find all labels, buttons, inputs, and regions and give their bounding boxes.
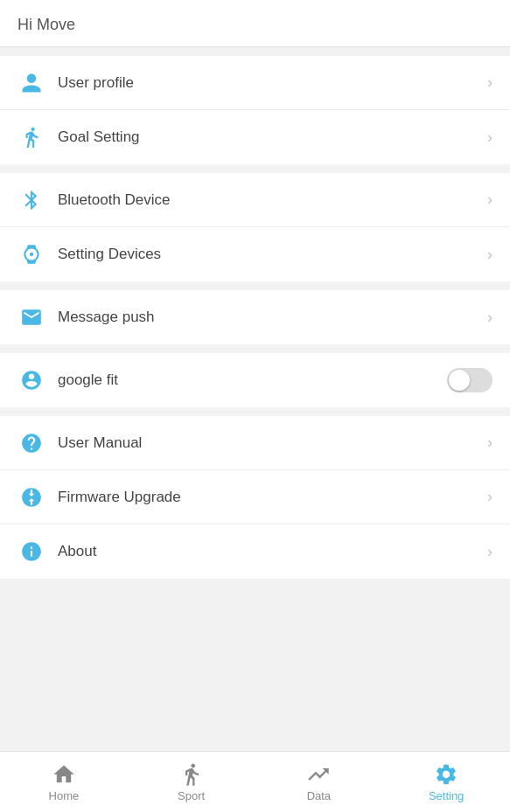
section-gap-4: [0, 344, 510, 353]
nav-item-sport[interactable]: Sport: [128, 752, 255, 812]
nav-data-label: Data: [307, 789, 331, 802]
firmware-upgrade-label: Firmware Upgrade: [58, 489, 487, 506]
setting-devices-chevron: ›: [487, 246, 493, 264]
person-icon: [17, 69, 45, 97]
bottom-nav: Home Sport Data Setting: [0, 751, 510, 812]
bottom-spacer: [0, 579, 510, 649]
section-gap-3: [0, 281, 510, 290]
menu-item-firmware-upgrade[interactable]: Firmware Upgrade ›: [0, 470, 510, 524]
nav-item-home[interactable]: Home: [0, 752, 128, 812]
menu-item-user-profile[interactable]: User profile ›: [0, 56, 510, 110]
about-label: About: [58, 543, 487, 560]
goal-setting-chevron: ›: [487, 128, 493, 147]
google-fit-label: google fit: [58, 371, 447, 389]
watch-icon: [17, 240, 45, 268]
info-icon: [17, 538, 45, 566]
nav-home-label: Home: [49, 789, 80, 802]
help-icon: [17, 429, 45, 457]
svg-point-0: [30, 253, 33, 256]
bluetooth-label: Bluetooth Device: [58, 191, 487, 209]
menu-section-4: google fit: [0, 353, 510, 407]
home-icon: [52, 762, 76, 787]
nav-sport-label: Sport: [178, 789, 205, 802]
section-gap-1: [0, 47, 510, 56]
bluetooth-icon: [17, 186, 45, 214]
google-icon: [17, 366, 45, 394]
menu-item-google-fit[interactable]: google fit: [0, 353, 510, 407]
menu-item-message-push[interactable]: Message push ›: [0, 290, 510, 344]
content-area: User profile › Goal Setting › Bluetooth …: [0, 47, 510, 798]
goal-icon: [17, 123, 45, 151]
menu-item-about[interactable]: About ›: [0, 524, 510, 579]
about-chevron: ›: [487, 543, 493, 561]
app-title: Hi Move: [17, 16, 75, 33]
user-manual-label: User Manual: [58, 434, 487, 452]
data-icon: [306, 762, 331, 787]
user-manual-chevron: ›: [487, 434, 493, 452]
menu-section-3: Message push ›: [0, 290, 510, 344]
menu-section-2: Bluetooth Device › Setting Devices ›: [0, 173, 510, 281]
menu-item-bluetooth[interactable]: Bluetooth Device ›: [0, 173, 510, 227]
menu-item-goal-setting[interactable]: Goal Setting ›: [0, 110, 510, 164]
menu-item-user-manual[interactable]: User Manual ›: [0, 416, 510, 470]
upgrade-icon: [17, 483, 45, 511]
setting-devices-label: Setting Devices: [58, 246, 487, 263]
google-fit-toggle[interactable]: [447, 368, 493, 392]
section-gap-2: [0, 164, 510, 173]
nav-setting-label: Setting: [429, 789, 464, 802]
header: Hi Move: [0, 0, 510, 47]
nav-item-setting[interactable]: Setting: [382, 752, 510, 812]
menu-section-1: User profile › Goal Setting ›: [0, 56, 510, 164]
sport-icon: [179, 762, 204, 787]
menu-section-5: User Manual › Firmware Upgrade › About ›: [0, 416, 510, 579]
message-icon: [17, 303, 45, 331]
bluetooth-chevron: ›: [487, 191, 493, 209]
user-profile-chevron: ›: [487, 73, 493, 92]
firmware-upgrade-chevron: ›: [487, 488, 493, 506]
message-push-label: Message push: [58, 309, 487, 326]
goal-setting-label: Goal Setting: [58, 128, 487, 146]
menu-item-setting-devices[interactable]: Setting Devices ›: [0, 227, 510, 281]
section-gap-5: [0, 407, 510, 416]
nav-item-data[interactable]: Data: [255, 752, 383, 812]
setting-icon: [434, 762, 458, 787]
message-push-chevron: ›: [487, 309, 493, 327]
user-profile-label: User profile: [58, 74, 487, 92]
